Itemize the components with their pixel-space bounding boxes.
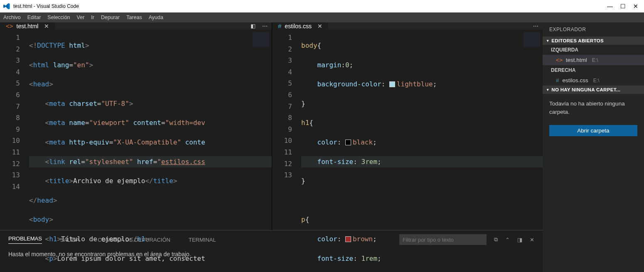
gutter-right: 12345678910111213 (272, 29, 301, 272)
css-file-icon: # (556, 77, 559, 83)
menu-ayuda[interactable]: Ayuda (149, 15, 163, 20)
html-file-icon: <> (6, 22, 13, 29)
maximize-button[interactable]: ☐ (620, 3, 626, 10)
editor-group-left: <> test.html ✕ ◧ ⋯ 1234567891011121314 (0, 22, 272, 230)
minimize-button[interactable]: — (607, 3, 613, 10)
close-window-button[interactable]: ✕ (633, 3, 638, 10)
vscode-icon (3, 3, 10, 10)
tab-label: estilos.css (285, 23, 312, 29)
menu-ver[interactable]: Ver (77, 15, 85, 20)
menu-ir[interactable]: Ir (91, 15, 94, 20)
open-editor-estilos-css[interactable]: # estilos.css E:\ (543, 75, 644, 86)
sidebar-title: EXPLORADOR (543, 22, 644, 37)
open-editor-test-html[interactable]: <> test.html E:\ (543, 55, 644, 65)
open-folder-button[interactable]: Abrir carpeta (549, 125, 637, 136)
menu-depurar[interactable]: Depurar (101, 15, 120, 20)
split-editor-icon[interactable]: ◧ (251, 23, 256, 29)
tab-close-icon[interactable]: ✕ (317, 23, 322, 29)
window-title: test.html - Visual Studio Code (13, 3, 79, 9)
html-file-icon: <> (556, 57, 563, 63)
color-swatch-brown (345, 236, 351, 242)
minimap[interactable] (253, 32, 269, 57)
editor-group-right: # estilos.css ✕ ⋯ 12345678910111213 body… (272, 22, 543, 230)
titlebar: test.html - Visual Studio Code — ☐ ✕ (0, 0, 644, 12)
tab-test-html[interactable]: <> test.html ✕ (0, 22, 55, 29)
group-izquierda: IZQUIERDA (543, 45, 644, 55)
menu-seleccion[interactable]: Selección (47, 15, 70, 20)
more-actions-icon[interactable]: ⋯ (262, 23, 268, 29)
color-swatch-black (345, 140, 351, 145)
gutter-left: 1234567891011121314 (0, 29, 29, 272)
tab-close-icon[interactable]: ✕ (44, 23, 49, 29)
sidebar-explorer: EXPLORADOR EDITORES ABIERTOS IZQUIERDA <… (543, 22, 644, 272)
css-file-icon: # (278, 22, 281, 29)
code-left[interactable]: <!DOCTYPE html> <html lang="en"> <head> … (29, 29, 272, 272)
code-right[interactable]: body{ margin:0; background-color: lightb… (301, 29, 543, 272)
more-actions-icon[interactable]: ⋯ (533, 23, 538, 29)
group-derecha: DERECHA (543, 65, 644, 75)
section-open-editors[interactable]: EDITORES ABIERTOS (543, 37, 644, 45)
menu-editar[interactable]: Editar (27, 15, 41, 20)
menu-archivo[interactable]: Archivo (3, 15, 21, 20)
color-swatch-lightblue (389, 81, 395, 87)
menu-tareas[interactable]: Tareas (126, 15, 142, 20)
tab-estilos-css[interactable]: # estilos.css ✕ (272, 22, 328, 29)
menubar: Archivo Editar Selección Ver Ir Depurar … (0, 12, 644, 22)
tab-label: test.html (17, 23, 39, 29)
minimap[interactable] (524, 32, 540, 57)
no-folder-message: Todavía no ha abierto ninguna carpeta. (543, 94, 644, 123)
section-no-folder[interactable]: NO HAY NINGUNA CARPET... (543, 86, 644, 94)
